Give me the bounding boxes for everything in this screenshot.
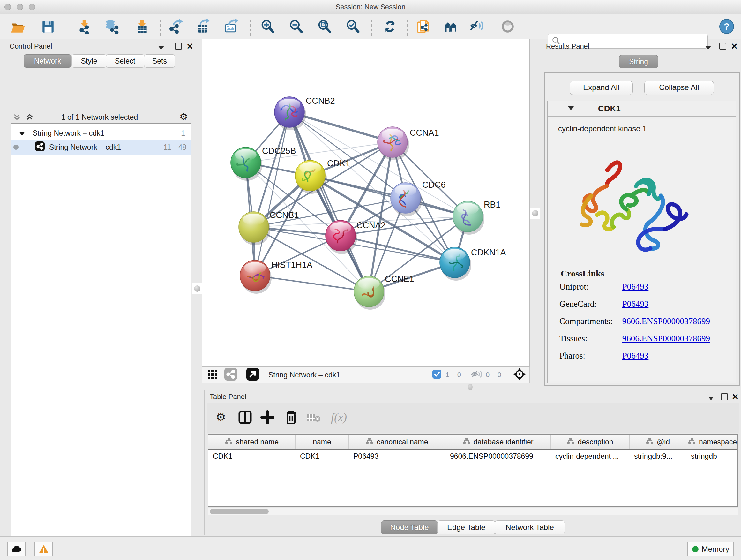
panel-close-icon[interactable]: ✕ <box>731 44 738 49</box>
export-network-icon[interactable] <box>167 17 185 36</box>
table-row[interactable]: CDK1CDK1P064939606.ENSP00000378699cyclin… <box>208 449 738 463</box>
panel-close-icon[interactable]: ✕ <box>186 44 193 49</box>
column-header-canonical-name[interactable]: canonical name <box>349 435 446 449</box>
table-cell[interactable]: P06493 <box>349 449 446 463</box>
memory-button[interactable]: Memory <box>687 542 734 556</box>
hidden-eye-icon[interactable] <box>470 369 482 380</box>
first-neighbors-icon[interactable] <box>442 17 460 36</box>
open-session-icon[interactable] <box>9 17 26 36</box>
tab-network-table[interactable]: Network Table <box>495 520 565 535</box>
import-table-icon[interactable] <box>133 17 151 36</box>
grid-view-icon[interactable] <box>207 368 219 381</box>
birds-eye-view-icon[interactable] <box>513 368 526 382</box>
column-header-name[interactable]: name <box>295 435 349 449</box>
export-table-icon[interactable] <box>194 17 212 36</box>
network-node-CCNE1[interactable] <box>354 276 386 310</box>
add-column-icon[interactable] <box>258 408 277 427</box>
hide-selected-icon[interactable] <box>468 17 486 36</box>
tab-edge-table[interactable]: Edge Table <box>437 520 495 535</box>
panel-menu-icon[interactable] <box>705 44 711 51</box>
network-row[interactable]: String Network – cdk1 11 48 <box>11 140 191 154</box>
panel-menu-icon[interactable] <box>708 395 714 402</box>
crosslink-link[interactable]: 9606.ENSP00000378699 <box>622 316 710 326</box>
network-node-RB1[interactable] <box>453 201 484 235</box>
tab-node-table[interactable]: Node Table <box>381 520 438 535</box>
column-header-namespace[interactable]: namespace <box>686 435 738 449</box>
network-collection-row[interactable]: String Network – cdk1 1 <box>11 126 191 140</box>
selected-checkbox-icon[interactable] <box>432 369 442 380</box>
crosslink-link[interactable]: P06493 <box>622 351 649 361</box>
horizontal-splitter-handle[interactable] <box>468 384 473 390</box>
crosslink-link[interactable]: P06493 <box>622 282 649 292</box>
network-node-CDC25B[interactable] <box>231 147 262 181</box>
refresh-view-icon[interactable] <box>381 17 399 36</box>
collection-expand-icon[interactable] <box>19 129 25 138</box>
save-session-icon[interactable] <box>39 17 57 36</box>
network-node-HIST1H1A[interactable] <box>240 260 272 294</box>
panel-close-icon[interactable]: ✕ <box>732 394 739 400</box>
collapse-all-button[interactable]: Collapse All <box>644 81 714 95</box>
tab-style[interactable]: Style <box>71 54 107 68</box>
crosslink-link[interactable]: P06493 <box>622 299 649 309</box>
main-toolbar: ? <box>0 14 741 39</box>
table-cell[interactable]: cyclin-dependent ... <box>551 449 630 463</box>
tab-select[interactable]: Select <box>106 54 145 68</box>
network-edge[interactable] <box>255 275 369 292</box>
import-network-from-database-icon[interactable] <box>103 17 121 36</box>
warnings-button[interactable] <box>35 542 53 556</box>
right-splitter-handle[interactable] <box>530 207 540 219</box>
network-node-CDC6[interactable] <box>391 183 422 216</box>
table-horizontal-scrollbar[interactable] <box>208 508 738 515</box>
export-image-icon[interactable] <box>222 17 240 36</box>
network-node-CDK1[interactable] <box>295 160 327 194</box>
crosslink-label: Tissues: <box>559 334 620 344</box>
table-cell[interactable]: CDK1 <box>208 449 295 463</box>
gene-section-header[interactable]: CDK1 <box>548 101 736 117</box>
cloud-button[interactable] <box>7 542 26 556</box>
show-columns-icon[interactable] <box>235 408 255 427</box>
panel-float-icon[interactable] <box>721 393 728 402</box>
zoom-out-icon[interactable] <box>287 17 305 36</box>
open-in-new-window-icon[interactable] <box>246 368 259 382</box>
zoom-selected-icon[interactable] <box>344 17 362 36</box>
table-cell[interactable]: 9606.ENSP00000378699 <box>446 449 551 463</box>
network-node-CCNB2[interactable] <box>274 97 306 130</box>
clone-network-icon[interactable] <box>414 17 432 36</box>
column-header--id[interactable]: @id <box>630 435 686 449</box>
table-cell[interactable]: stringdb:9... <box>630 449 686 463</box>
crosslink-row: Compartments: 9606.ENSP00000378699 <box>559 316 710 326</box>
import-network-icon[interactable] <box>75 17 93 36</box>
node-table[interactable]: shared namenamecanonical namedatabase id… <box>208 434 738 507</box>
delete-column-icon[interactable] <box>281 408 300 427</box>
zoom-fit-icon[interactable] <box>316 17 333 36</box>
toolbar-divider <box>407 17 408 36</box>
table-cell[interactable]: CDK1 <box>295 449 349 463</box>
table-gear-icon[interactable]: ⚙ <box>211 408 230 427</box>
network-share-icon[interactable] <box>224 368 237 382</box>
column-header-database-identifier[interactable]: database identifier <box>446 435 551 449</box>
panel-menu-icon[interactable] <box>158 44 164 51</box>
network-node-CCNA2[interactable] <box>326 220 357 254</box>
table-cell[interactable]: stringdb <box>686 449 738 463</box>
network-canvas[interactable]: CCNB2 CCNA1 CDC25B CDK1 CDC6 RB1 CCNB1 <box>202 39 530 367</box>
help-button[interactable]: ? <box>718 17 736 36</box>
tab-network[interactable]: Network <box>23 54 71 68</box>
column-header-description[interactable]: description <box>551 435 630 449</box>
collapse-gene-icon[interactable] <box>568 106 574 111</box>
scrollbar-thumb[interactable] <box>210 509 269 514</box>
left-splitter-handle[interactable] <box>192 283 202 294</box>
toolbar-divider <box>68 17 68 36</box>
network-edge[interactable] <box>255 112 289 275</box>
expand-all-button[interactable]: Expand All <box>569 81 633 95</box>
crosslink-link[interactable]: 9606.ENSP00000378699 <box>622 334 710 343</box>
zoom-in-icon[interactable] <box>259 17 277 36</box>
show-all-icon[interactable] <box>499 17 517 36</box>
panel-float-icon[interactable] <box>175 43 182 51</box>
tab-sets[interactable]: Sets <box>144 54 175 68</box>
panel-float-icon[interactable] <box>719 43 726 51</box>
column-header-shared-name[interactable]: shared name <box>208 435 295 449</box>
tab-string[interactable]: String <box>619 55 658 68</box>
network-node-CDKN1A[interactable] <box>440 247 471 281</box>
network-node-CCNA1[interactable] <box>378 127 409 160</box>
gear-icon[interactable]: ⚙ <box>179 111 188 122</box>
